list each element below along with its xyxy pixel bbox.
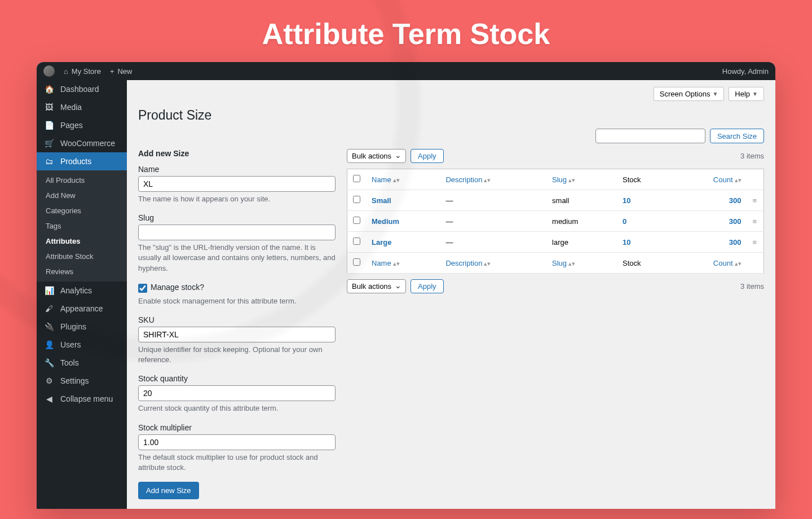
bulk-actions-select-bottom[interactable]: Bulk actions bbox=[347, 279, 406, 293]
products-icon: 🗂 bbox=[43, 157, 55, 166]
bulk-actions-select-top[interactable]: Bulk actions bbox=[347, 149, 406, 163]
menu-products[interactable]: 🗂Products bbox=[37, 152, 127, 170]
